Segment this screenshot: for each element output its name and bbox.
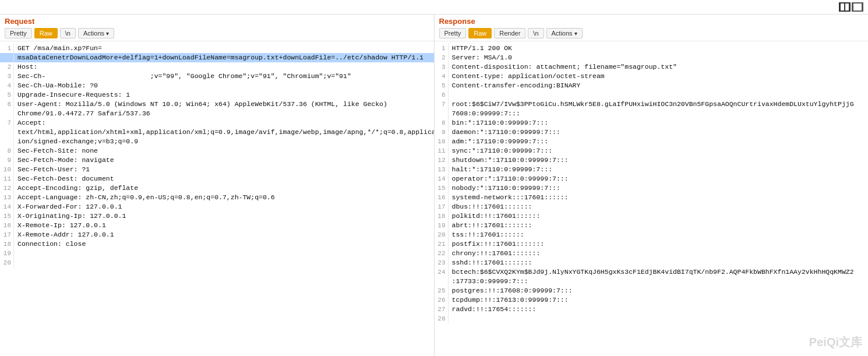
line-content: GET /msa/main.xp?Fun= — [17, 44, 107, 53]
request-line: Chrome/91.0.4472.77 Safari/537.36 — [0, 109, 434, 118]
view-toggle — [839, 2, 863, 12]
response-tab-newline[interactable]: \n — [528, 28, 544, 38]
response-line: 10adm:*:17110:0:99999:7::: — [435, 137, 869, 146]
request-line: 5Upgrade-Insecure-Requests: 1 — [0, 90, 434, 100]
request-line: 7Accept: — [0, 118, 434, 128]
line-content: halt:*:17110:0:99999:7::: — [452, 165, 558, 174]
request-line: 20 — [0, 258, 434, 267]
request-code: 1GET /msa/main.xp?Fun=msaDataCenetrDownL… — [0, 41, 434, 270]
line-content: Content-disposition: attachment; filenam… — [452, 62, 682, 72]
request-content: 1GET /msa/main.xp?Fun=msaDataCenetrDownL… — [0, 41, 434, 356]
request-line: 3Sec-Ch- ;v="99", "Google Chrome";v="91"… — [0, 72, 434, 81]
line-number: 27 — [435, 305, 449, 314]
response-content: 1HTTP/1.1 200 OK2Server: MSA/1.03Content… — [435, 41, 869, 356]
line-number: 14 — [435, 174, 449, 184]
response-tab-raw[interactable]: Raw — [468, 28, 492, 38]
line-content: systemd-network:::17601:::::: — [452, 193, 573, 202]
response-line: 3Content-disposition: attachment; filena… — [435, 62, 869, 72]
line-content: Content-type: application/octet-stream — [452, 72, 609, 81]
line-content: bin:*:17110:0:99999:7::: — [452, 118, 553, 128]
request-line: 10Sec-Fetch-User: ?1 — [0, 165, 434, 174]
request-line: msaDataCenetrDownLoadMore+delflag=1+down… — [0, 53, 434, 62]
response-line: 12shutdown:*:17110:0:99999:7::: — [435, 156, 869, 165]
request-line: 13Accept-Language: zh-CN,zh;q=0.9,en-US;… — [0, 193, 434, 202]
response-tab-pretty[interactable]: Pretty — [439, 28, 467, 38]
request-line: 6User-Agent: Mozilla/5.0 (Windows NT 10.… — [0, 100, 434, 109]
request-tab-pretty[interactable]: Pretty — [5, 28, 32, 38]
response-line: 18polkitd:!!:17601:::::: — [435, 212, 869, 221]
split-view-btn[interactable] — [839, 2, 851, 12]
request-line: 11Sec-Fetch-Dest: document — [0, 174, 434, 184]
line-content: tss:!!:17601:::::: — [452, 230, 529, 239]
wrap-view-btn[interactable] — [852, 2, 863, 12]
line-number: 12 — [435, 156, 449, 165]
line-content: Chrome/91.0.4472.77 Safari/537.36 — [17, 109, 155, 118]
svg-rect-1 — [845, 3, 849, 10]
line-number: 5 — [0, 90, 14, 100]
response-line: 26tcpdump:!!:17613:0:99999:7::: — [435, 295, 869, 305]
line-content: :17733:0:99999:7::: — [452, 277, 533, 286]
request-line: 9Sec-Fetch-Mode: navigate — [0, 156, 434, 165]
response-line: 1HTTP/1.1 200 OK — [435, 44, 869, 53]
line-content: Sec-Fetch-Dest: document — [17, 174, 119, 184]
svg-rect-0 — [841, 3, 844, 10]
request-tab-raw[interactable]: Raw — [34, 28, 58, 38]
line-number: 2 — [0, 62, 14, 72]
line-number: 16 — [0, 221, 14, 230]
response-actions-button[interactable]: Actions — [546, 28, 583, 38]
line-number: 10 — [0, 165, 14, 174]
line-content: Sec-Fetch-Mode: navigate — [17, 156, 119, 165]
line-content: chrony:!!:17601::::::: — [452, 249, 545, 258]
line-number — [0, 128, 14, 137]
response-line: 4Content-type: application/octet-stream — [435, 72, 869, 81]
response-line: 14operator:*:17110:0:99999:7::: — [435, 174, 869, 184]
request-tab-newline[interactable]: \n — [60, 28, 76, 38]
request-panel: Request Pretty Raw \n Actions 1GET /msa/… — [0, 15, 435, 356]
request-actions-button[interactable]: Actions — [78, 28, 114, 38]
line-content: Upgrade-Insecure-Requests: 1 — [17, 90, 135, 100]
line-number: 7 — [0, 118, 14, 128]
line-content: Server: MSA/1.0 — [452, 53, 517, 62]
response-line: 21postfix:!!:17601::::::: — [435, 239, 869, 249]
response-line: :17733:0:99999:7::: — [435, 277, 869, 286]
response-line: 17dbus:!!:17601::::::: — [435, 202, 869, 212]
line-number — [0, 53, 14, 62]
request-line: 18Connection: close — [0, 239, 434, 249]
line-number: 1 — [435, 44, 449, 53]
line-content — [452, 314, 457, 323]
response-line: 23sshd:!!:17601::::::: — [435, 258, 869, 267]
response-line: 2Server: MSA/1.0 — [435, 53, 869, 62]
response-panel-header: Response Pretty Raw Render \n Actions — [435, 15, 869, 41]
request-line: 19 — [0, 249, 434, 258]
line-number: 11 — [435, 146, 449, 156]
line-content: 7608:0:99999:7::: — [452, 109, 525, 118]
line-number: 18 — [435, 212, 449, 221]
response-tab-render[interactable]: Render — [494, 28, 525, 38]
line-number: 4 — [435, 72, 449, 81]
request-line: 1GET /msa/main.xp?Fun= — [0, 44, 434, 53]
line-number: 2 — [435, 53, 449, 62]
line-content: text/html,application/xhtml+xml,applicat… — [17, 128, 434, 137]
line-number: 9 — [435, 128, 449, 137]
line-number — [0, 137, 14, 146]
line-number: 15 — [435, 184, 449, 193]
line-number: 24 — [435, 267, 449, 277]
response-panel-title: Response — [439, 17, 864, 26]
line-content: X-Originating-Ip: 127.0.0.1 — [17, 212, 130, 221]
line-content: Content-transfer-encoding:BINARY — [452, 81, 585, 90]
line-number: 28 — [435, 314, 449, 323]
response-line: 27radvd:!!:17654::::::: — [435, 305, 869, 314]
line-content: operator:*:17110:0:99999:7::: — [452, 174, 573, 184]
line-content: Accept-Encoding: gzip, deflate — [17, 184, 143, 193]
line-number: 16 — [435, 193, 449, 202]
response-line: 7608:0:99999:7::: — [435, 109, 869, 118]
line-number: 3 — [435, 62, 449, 72]
line-number: 10 — [435, 137, 449, 146]
request-line: 17X-Remote-Addr: 127.0.0.1 — [0, 230, 434, 239]
line-number — [435, 109, 449, 118]
response-line: 7root:$6$CiW7/IVw$3PPtoGiCu.hSMLWkr5E8.g… — [435, 100, 869, 109]
line-content: ion/signed-exchange;v=b3;q=0.9 — [17, 137, 143, 146]
line-content: root:$6$CiW7/IVw$3PPtoGiCu.hSMLWkr5E8.gL… — [452, 100, 859, 109]
line-content: X-Forwarded-For: 127.0.0.1 — [17, 202, 126, 212]
response-line: 20tss:!!:17601:::::: — [435, 230, 869, 239]
